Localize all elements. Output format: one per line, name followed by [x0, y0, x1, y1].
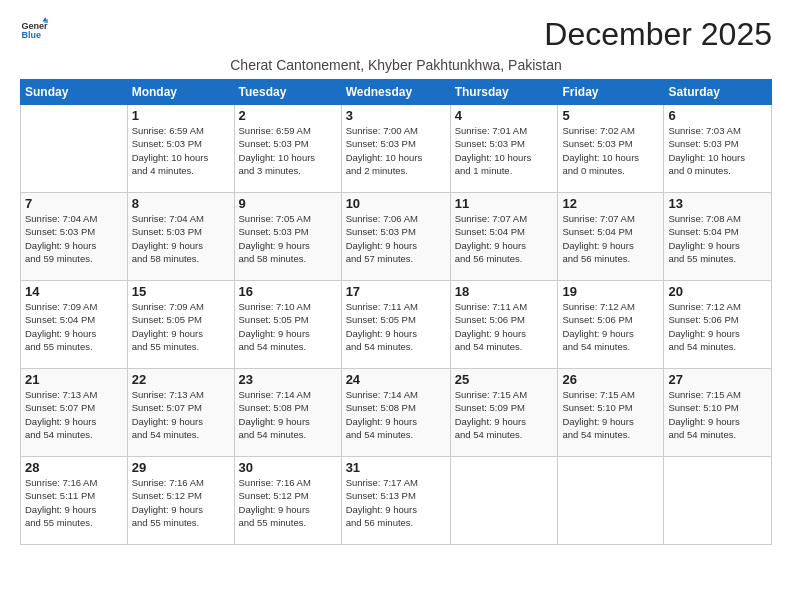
- day-info: Sunrise: 7:11 AM Sunset: 5:05 PM Dayligh…: [346, 300, 446, 353]
- day-info: Sunrise: 7:04 AM Sunset: 5:03 PM Dayligh…: [25, 212, 123, 265]
- svg-text:Blue: Blue: [21, 30, 41, 40]
- calendar-cell: 10Sunrise: 7:06 AM Sunset: 5:03 PM Dayli…: [341, 193, 450, 281]
- day-info: Sunrise: 6:59 AM Sunset: 5:03 PM Dayligh…: [239, 124, 337, 177]
- col-friday: Friday: [558, 80, 664, 105]
- calendar-cell: 14Sunrise: 7:09 AM Sunset: 5:04 PM Dayli…: [21, 281, 128, 369]
- day-info: Sunrise: 7:13 AM Sunset: 5:07 PM Dayligh…: [25, 388, 123, 441]
- day-number: 16: [239, 284, 337, 299]
- day-number: 26: [562, 372, 659, 387]
- calendar-cell: 28Sunrise: 7:16 AM Sunset: 5:11 PM Dayli…: [21, 457, 128, 545]
- calendar-cell: 13Sunrise: 7:08 AM Sunset: 5:04 PM Dayli…: [664, 193, 772, 281]
- day-info: Sunrise: 7:15 AM Sunset: 5:09 PM Dayligh…: [455, 388, 554, 441]
- day-number: 14: [25, 284, 123, 299]
- col-sunday: Sunday: [21, 80, 128, 105]
- day-number: 13: [668, 196, 767, 211]
- calendar-cell: 31Sunrise: 7:17 AM Sunset: 5:13 PM Dayli…: [341, 457, 450, 545]
- day-number: 28: [25, 460, 123, 475]
- day-number: 27: [668, 372, 767, 387]
- calendar-cell: 5Sunrise: 7:02 AM Sunset: 5:03 PM Daylig…: [558, 105, 664, 193]
- header: General Blue December 2025: [20, 16, 772, 53]
- day-number: 2: [239, 108, 337, 123]
- calendar-cell: 4Sunrise: 7:01 AM Sunset: 5:03 PM Daylig…: [450, 105, 558, 193]
- day-info: Sunrise: 7:05 AM Sunset: 5:03 PM Dayligh…: [239, 212, 337, 265]
- day-number: 1: [132, 108, 230, 123]
- calendar-cell: 17Sunrise: 7:11 AM Sunset: 5:05 PM Dayli…: [341, 281, 450, 369]
- calendar-cell: 18Sunrise: 7:11 AM Sunset: 5:06 PM Dayli…: [450, 281, 558, 369]
- calendar-cell: [664, 457, 772, 545]
- day-number: 11: [455, 196, 554, 211]
- day-info: Sunrise: 7:10 AM Sunset: 5:05 PM Dayligh…: [239, 300, 337, 353]
- day-number: 9: [239, 196, 337, 211]
- calendar-cell: 30Sunrise: 7:16 AM Sunset: 5:12 PM Dayli…: [234, 457, 341, 545]
- title-section: December 2025: [544, 16, 772, 53]
- logo-icon: General Blue: [20, 16, 48, 44]
- calendar-cell: [21, 105, 128, 193]
- calendar-cell: 26Sunrise: 7:15 AM Sunset: 5:10 PM Dayli…: [558, 369, 664, 457]
- svg-text:General: General: [21, 21, 48, 31]
- day-number: 12: [562, 196, 659, 211]
- col-monday: Monday: [127, 80, 234, 105]
- calendar-cell: 7Sunrise: 7:04 AM Sunset: 5:03 PM Daylig…: [21, 193, 128, 281]
- day-number: 6: [668, 108, 767, 123]
- subtitle: Cherat Cantonement, Khyber Pakhtunkhwa, …: [20, 57, 772, 73]
- col-tuesday: Tuesday: [234, 80, 341, 105]
- day-info: Sunrise: 7:07 AM Sunset: 5:04 PM Dayligh…: [562, 212, 659, 265]
- calendar-cell: 19Sunrise: 7:12 AM Sunset: 5:06 PM Dayli…: [558, 281, 664, 369]
- calendar-cell: 16Sunrise: 7:10 AM Sunset: 5:05 PM Dayli…: [234, 281, 341, 369]
- day-info: Sunrise: 7:04 AM Sunset: 5:03 PM Dayligh…: [132, 212, 230, 265]
- week-row-3: 14Sunrise: 7:09 AM Sunset: 5:04 PM Dayli…: [21, 281, 772, 369]
- day-info: Sunrise: 7:14 AM Sunset: 5:08 PM Dayligh…: [346, 388, 446, 441]
- day-number: 30: [239, 460, 337, 475]
- day-number: 23: [239, 372, 337, 387]
- day-info: Sunrise: 7:16 AM Sunset: 5:11 PM Dayligh…: [25, 476, 123, 529]
- day-number: 19: [562, 284, 659, 299]
- day-info: Sunrise: 7:01 AM Sunset: 5:03 PM Dayligh…: [455, 124, 554, 177]
- day-number: 29: [132, 460, 230, 475]
- day-number: 22: [132, 372, 230, 387]
- day-info: Sunrise: 7:14 AM Sunset: 5:08 PM Dayligh…: [239, 388, 337, 441]
- month-title: December 2025: [544, 16, 772, 53]
- calendar-cell: 11Sunrise: 7:07 AM Sunset: 5:04 PM Dayli…: [450, 193, 558, 281]
- day-number: 31: [346, 460, 446, 475]
- calendar-cell: 6Sunrise: 7:03 AM Sunset: 5:03 PM Daylig…: [664, 105, 772, 193]
- week-row-2: 7Sunrise: 7:04 AM Sunset: 5:03 PM Daylig…: [21, 193, 772, 281]
- day-number: 15: [132, 284, 230, 299]
- day-number: 25: [455, 372, 554, 387]
- calendar-cell: 21Sunrise: 7:13 AM Sunset: 5:07 PM Dayli…: [21, 369, 128, 457]
- day-info: Sunrise: 7:09 AM Sunset: 5:04 PM Dayligh…: [25, 300, 123, 353]
- day-info: Sunrise: 7:12 AM Sunset: 5:06 PM Dayligh…: [562, 300, 659, 353]
- day-number: 21: [25, 372, 123, 387]
- calendar-table: Sunday Monday Tuesday Wednesday Thursday…: [20, 79, 772, 545]
- day-info: Sunrise: 7:15 AM Sunset: 5:10 PM Dayligh…: [562, 388, 659, 441]
- day-info: Sunrise: 7:11 AM Sunset: 5:06 PM Dayligh…: [455, 300, 554, 353]
- calendar-cell: 8Sunrise: 7:04 AM Sunset: 5:03 PM Daylig…: [127, 193, 234, 281]
- day-info: Sunrise: 7:02 AM Sunset: 5:03 PM Dayligh…: [562, 124, 659, 177]
- calendar-cell: 23Sunrise: 7:14 AM Sunset: 5:08 PM Dayli…: [234, 369, 341, 457]
- logo: General Blue: [20, 16, 48, 44]
- week-row-4: 21Sunrise: 7:13 AM Sunset: 5:07 PM Dayli…: [21, 369, 772, 457]
- week-row-1: 1Sunrise: 6:59 AM Sunset: 5:03 PM Daylig…: [21, 105, 772, 193]
- header-row: Sunday Monday Tuesday Wednesday Thursday…: [21, 80, 772, 105]
- day-number: 5: [562, 108, 659, 123]
- calendar-cell: 20Sunrise: 7:12 AM Sunset: 5:06 PM Dayli…: [664, 281, 772, 369]
- col-thursday: Thursday: [450, 80, 558, 105]
- day-info: Sunrise: 7:12 AM Sunset: 5:06 PM Dayligh…: [668, 300, 767, 353]
- day-number: 20: [668, 284, 767, 299]
- calendar-cell: 29Sunrise: 7:16 AM Sunset: 5:12 PM Dayli…: [127, 457, 234, 545]
- day-number: 18: [455, 284, 554, 299]
- day-number: 8: [132, 196, 230, 211]
- calendar-cell: 25Sunrise: 7:15 AM Sunset: 5:09 PM Dayli…: [450, 369, 558, 457]
- day-info: Sunrise: 7:15 AM Sunset: 5:10 PM Dayligh…: [668, 388, 767, 441]
- day-number: 4: [455, 108, 554, 123]
- calendar-cell: 24Sunrise: 7:14 AM Sunset: 5:08 PM Dayli…: [341, 369, 450, 457]
- day-number: 3: [346, 108, 446, 123]
- day-info: Sunrise: 7:00 AM Sunset: 5:03 PM Dayligh…: [346, 124, 446, 177]
- calendar-cell: 12Sunrise: 7:07 AM Sunset: 5:04 PM Dayli…: [558, 193, 664, 281]
- day-info: Sunrise: 7:16 AM Sunset: 5:12 PM Dayligh…: [132, 476, 230, 529]
- day-info: Sunrise: 7:17 AM Sunset: 5:13 PM Dayligh…: [346, 476, 446, 529]
- day-number: 10: [346, 196, 446, 211]
- day-info: Sunrise: 7:03 AM Sunset: 5:03 PM Dayligh…: [668, 124, 767, 177]
- calendar-cell: 2Sunrise: 6:59 AM Sunset: 5:03 PM Daylig…: [234, 105, 341, 193]
- col-wednesday: Wednesday: [341, 80, 450, 105]
- calendar-cell: 9Sunrise: 7:05 AM Sunset: 5:03 PM Daylig…: [234, 193, 341, 281]
